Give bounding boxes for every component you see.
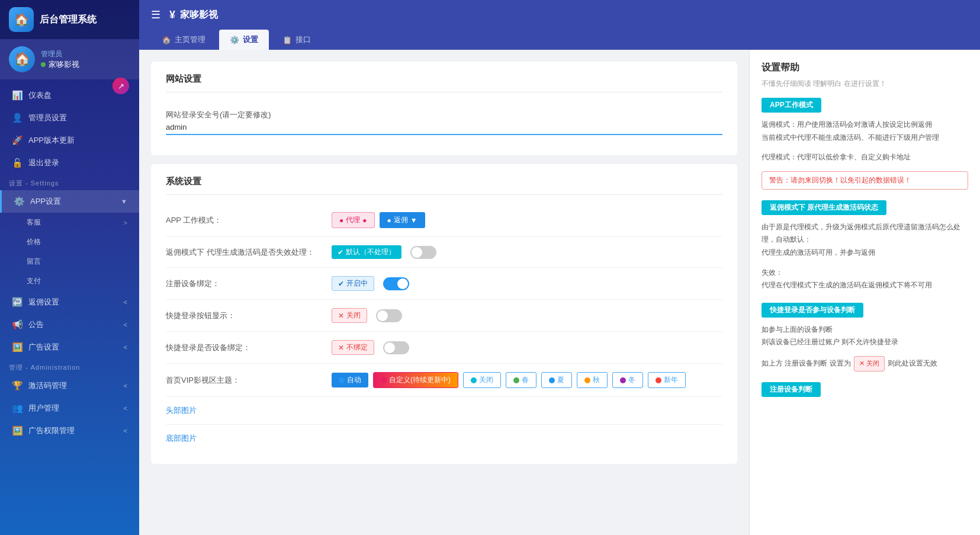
logout-icon: 🔓 [12,158,23,168]
dot-icon [339,377,345,383]
warning-box: 警告：请勿来回切换！以免引起的数据错误！ [761,171,968,190]
theme-spring[interactable]: 春 [506,372,536,388]
dot-icon [471,377,477,383]
api-icon: 📋 [282,36,292,44]
proxy-desc: 代理模式：代理可以低价拿卡、自定义购卡地址 [761,151,968,164]
tab-api[interactable]: 📋 接口 [272,30,322,50]
login-security-input[interactable] [166,120,722,135]
check-icon: ✔ [338,280,344,288]
chevron-left-icon: < [124,299,127,306]
sidebar-item-admin-settings[interactable]: 👤 管理员设置 [0,107,139,129]
quick-login-help: 快捷登录是否参与设备判断 如参与上面的设备判断 则该设备已经注册过账户 则不允许… [761,303,968,371]
mode-rebate-btn[interactable]: ● 返佣 ▼ [380,212,425,228]
tab-homepage[interactable]: 🏠 主页管理 [151,30,216,50]
user-name: 家哆影视 [41,59,79,70]
register-bind-status-btn[interactable]: ✔ 开启中 [332,276,374,291]
website-settings-card: 网站设置 网站登录安全号(请一定要修改) [151,62,737,155]
quick-login-desc2: 如上方 注册设备判断 设置为 ✕ 关闭 则此处设置无效 [761,356,968,371]
sidebar: 🏠 后台管理系统 🏠 管理员 家哆影视 ↗ 📊 仪表盘 👤 管理员设置 🚀 [0,0,139,535]
help-panel: 设置帮助 不懂先仔细阅读 理解明白 在进行设置！ APP工作模式 返佣模式：用户… [749,50,980,535]
chevron-left-icon: < [124,382,127,389]
quick-login-badge: 快捷登录是否参与设备判断 [761,303,863,318]
topbar: ☰ ¥ 家哆影视 [139,0,980,30]
help-subtitle: 不懂先仔细阅读 理解明白 在进行设置！ [761,79,968,89]
sidebar-item-ad-settings[interactable]: 🖼️ 广告设置 < [0,336,139,358]
dot-icon [656,377,661,383]
sidebar-item-app-update[interactable]: 🚀 APP版本更新 [0,129,139,152]
sidebar-item-label: 退出登录 [28,158,59,168]
sidebar-item-label: APP设置 [30,196,61,207]
header-image-link[interactable]: 头部图片 [166,405,197,416]
sidebar-item-user-management[interactable]: 👥 用户管理 < [0,397,139,419]
register-bind-row: 注册设备绑定： ✔ 开启中 [166,268,722,300]
website-settings-title: 网站设置 [166,73,722,92]
user-role: 管理员 [41,49,79,59]
quick-login-btn-control: ✕ 关闭 [332,308,722,323]
sidebar-item-label: 公告 [28,319,44,330]
homepage-icon: 🏠 [162,36,171,44]
theme-autumn[interactable]: 秋 [577,372,608,388]
sidebar-item-app-settings[interactable]: ⚙️ APP设置 ▼ [0,190,139,213]
theme-summer[interactable]: 夏 [541,372,572,388]
theme-off[interactable]: 关闭 [463,372,501,388]
dashboard-icon: 📊 [12,90,23,101]
sidebar-item-customer-service[interactable]: 客服 > [0,213,139,232]
radio-dot: ● [339,216,343,225]
dot-icon [513,377,519,383]
selected-icon: ● [362,216,367,225]
sidebar-item-comments[interactable]: 留言 [0,252,139,271]
rebate-handle-toggle[interactable] [410,246,436,259]
quick-login-device-status[interactable]: ✕ 不绑定 [332,340,374,355]
rebate-handle-label: 返佣模式下 代理生成激活码是否失效处理： [166,247,332,258]
sidebar-item-ad-permissions[interactable]: 🖼️ 广告权限管理 < [0,419,139,442]
sidebar-item-activation-codes[interactable]: 🏆 激活码管理 < [0,374,139,397]
theme-custom[interactable]: 自定义(待续更新中) [373,372,458,388]
register-device-help: 注册设备判断 [761,382,968,403]
hamburger-icon[interactable]: ☰ [151,8,160,21]
dot-icon [620,377,626,383]
sidebar-item-pricing[interactable]: 价格 [0,232,139,252]
close-icon: ✕ [859,358,865,370]
main-content: ☰ ¥ 家哆影视 🏠 主页管理 ⚙️ 设置 📋 接口 网站设置 [139,0,980,535]
app-work-mode-badge: APP工作模式 [761,98,821,113]
rebate-handle-default-btn[interactable]: ✔ 默认（不处理） [332,245,401,259]
dot-icon [584,377,590,383]
quick-login-btn-row: 快捷登录按钮显示： ✕ 关闭 [166,300,722,332]
tabs-bar: 🏠 主页管理 ⚙️ 设置 📋 接口 [139,30,980,50]
app-work-mode-label: APP 工作模式： [166,215,332,226]
quick-login-btn-toggle[interactable] [376,309,402,322]
sidebar-item-dashboard[interactable]: 📊 仪表盘 [0,84,139,107]
close-icon: ✕ [338,344,344,352]
chevron-right-icon: > [124,219,127,226]
rebate-icon: ↩️ [12,297,23,307]
content-area: 网站设置 网站登录安全号(请一定要修改) 系统设置 APP 工作模式： ● [139,50,980,535]
vip-theme-options: 自动 自定义(待续更新中) 关闭 春 [332,372,722,388]
sidebar-item-label: 激活码管理 [28,380,67,391]
admin-section-label: 管理 - Administration [0,358,139,374]
sidebar-item-payment[interactable]: 支付 [0,271,139,291]
system-settings-title: 系统设置 [166,176,722,195]
brand-name: 家哆影视 [180,9,218,21]
sidebar-item-label: 广告设置 [28,342,59,353]
chevron-left-icon: < [124,405,127,412]
settings-icon: ⚙️ [230,36,239,44]
sidebar-item-logout[interactable]: 🔓 退出登录 [0,152,139,174]
tab-settings[interactable]: ⚙️ 设置 [219,30,269,50]
sidebar-logo: 🏠 [9,7,34,32]
quick-login-desc1: 如参与上面的设备判断 则该设备已经注册过账户 则不允许快捷登录 [761,323,968,349]
sidebar-item-label: 仪表盘 [28,90,52,101]
chevron-left-icon: < [124,321,127,328]
theme-auto[interactable]: 自动 [332,373,368,387]
sidebar-item-label: 留言 [27,257,41,267]
sidebar-item-rebate-settings[interactable]: ↩️ 返佣设置 < [0,291,139,313]
quick-login-btn-status[interactable]: ✕ 关闭 [332,308,367,323]
theme-newyear[interactable]: 新年 [648,372,686,388]
quick-login-device-toggle[interactable] [383,341,409,354]
sidebar-item-label: 用户管理 [28,403,59,414]
announcements-icon: 📢 [12,319,23,330]
footer-image-link[interactable]: 底部图片 [166,433,197,444]
register-bind-toggle[interactable] [383,277,409,290]
mode-proxy-btn[interactable]: ● 代理 ● [332,212,375,228]
sidebar-item-announcements[interactable]: 📢 公告 < [0,313,139,336]
theme-winter[interactable]: 冬 [612,372,643,388]
